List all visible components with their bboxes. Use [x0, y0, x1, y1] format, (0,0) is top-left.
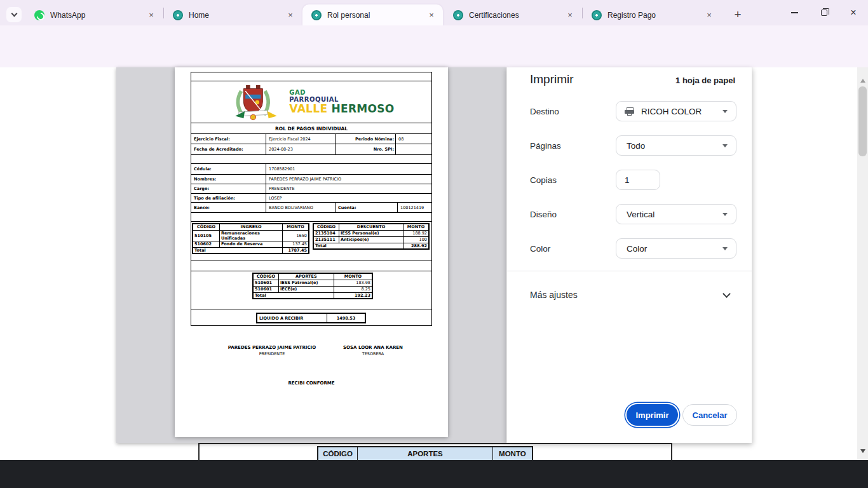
cancel-button[interactable]: Cancelar	[682, 404, 737, 426]
tab-label: Rol personal	[327, 11, 421, 20]
field-value: Ejercicio Fiscal 2024	[266, 134, 336, 144]
tab-search-button[interactable]	[6, 7, 22, 22]
browser-window: WhatsApp × Home × Rol personal × Certifi…	[0, 0, 868, 488]
column-header: DESCUENTO	[339, 224, 403, 230]
doc-empty-row	[191, 213, 431, 222]
paginas-value: Todo	[627, 141, 645, 151]
paginas-label: Páginas	[530, 141, 561, 151]
destino-label: Destino	[530, 107, 559, 116]
tab-label: Registro Pago	[607, 11, 699, 20]
field-value: 1708582901	[266, 164, 431, 174]
bookmarks-bar: Outlook.com - Mic Todos los marcadores	[0, 53, 868, 67]
doc-banco-row: Banco: BANCO BOLIVARIANO Cuenta: 1001214…	[191, 203, 431, 213]
tab-registro-pago[interactable]: Registro Pago ×	[583, 4, 721, 25]
doc-logo-row: GAD PARROQUIAL VALLE HERMOSO	[191, 81, 431, 123]
field-value: 08	[396, 134, 431, 144]
dialog-divider	[507, 271, 752, 271]
minimize-button[interactable]	[780, 0, 809, 25]
column-header: MONTO	[492, 447, 532, 461]
column-header: APORTES	[278, 273, 334, 280]
field-label: Cargo:	[191, 184, 266, 193]
background-aportes-table: CÓDIGO APORTES MONTO	[317, 446, 533, 461]
scroll-down-icon[interactable]	[860, 449, 865, 453]
doc-tipo-row: Tipo de afiliación: LOSEP	[191, 194, 431, 203]
column-header: MONTO	[403, 224, 429, 230]
doc-empty-row	[191, 155, 431, 164]
table-row: 510105Remuneraciones Unificadas1650	[193, 230, 309, 241]
total-row: Total1787.45	[193, 247, 309, 254]
gad-crest-logo	[228, 84, 284, 121]
tab-close-icon[interactable]: ×	[565, 10, 575, 20]
site-favicon-icon	[173, 10, 183, 20]
doc-empty-row	[191, 72, 431, 81]
diseno-value: Vertical	[627, 210, 654, 219]
table-row: 510601IECE(e)8.25	[253, 286, 372, 292]
close-icon: ×	[850, 7, 856, 18]
scrollbar-thumb[interactable]	[858, 86, 867, 156]
field-value: BANCO BOLIVARIANO	[266, 203, 336, 212]
tab-close-icon[interactable]: ×	[285, 10, 295, 20]
field-label: Nombres:	[191, 175, 266, 184]
scroll-up-icon[interactable]	[860, 79, 865, 83]
table-row: 2135111Anticipos(e)100	[313, 236, 429, 243]
column-header: CÓDIGO	[193, 224, 219, 230]
field-value: PAREDES PERRAZO JAIME PATRICIO	[266, 175, 431, 184]
close-button[interactable]: ×	[839, 0, 868, 25]
copias-input[interactable]	[616, 170, 660, 190]
print-button[interactable]: Imprimir	[627, 404, 678, 426]
tab-close-icon[interactable]: ×	[704, 10, 714, 20]
column-header: INGRESO	[219, 224, 282, 230]
field-label: Fecha de Acreditado:	[191, 144, 266, 154]
destino-select[interactable]: RICOH COLOR	[616, 101, 736, 121]
signature-treasurer: SOSA LOOR ANA KAREN TESORERA	[319, 345, 427, 356]
table-row: 510602Fondo de Reserva137.45	[193, 241, 309, 247]
diseno-select[interactable]: Vertical	[616, 204, 736, 224]
restore-icon	[821, 10, 827, 16]
more-settings-button[interactable]: Más ajustes	[530, 290, 578, 300]
recibi-conforme-label: RECIBI CONFORME	[175, 381, 448, 386]
maximize-button[interactable]	[810, 0, 839, 25]
tab-home[interactable]: Home ×	[164, 4, 302, 25]
tab-certificaciones[interactable]: Certificaciones ×	[444, 4, 581, 25]
doc-meta-row-2: Fecha de Acreditado: 2024-08-23 Nro. SPI…	[191, 144, 431, 155]
tab-close-icon[interactable]: ×	[426, 10, 437, 20]
color-value: Color	[627, 244, 647, 254]
page-table-border	[198, 443, 200, 460]
total-row: Total192.23	[253, 292, 372, 299]
tab-whatsapp[interactable]: WhatsApp ×	[25, 4, 163, 25]
column-header: CÓDIGO	[313, 224, 339, 230]
field-label: Nro. SPI:	[336, 144, 396, 154]
column-header: APORTES	[358, 447, 493, 461]
windows-taskbar: 1 13°C Nublado Búsqueda T X W	[0, 460, 868, 488]
printer-icon	[625, 107, 634, 116]
color-select[interactable]: Color	[616, 238, 736, 259]
destino-value: RICOH COLOR	[641, 107, 702, 116]
paginas-select[interactable]: Todo	[616, 135, 736, 156]
field-label: Banco:	[191, 203, 266, 212]
doc-meta-row-1: Ejercicio Fiscal: Ejercicio Fiscal 2024 …	[191, 134, 431, 144]
tab-close-icon[interactable]: ×	[146, 10, 156, 20]
diseno-label: Diseño	[530, 210, 557, 219]
copias-label: Copias	[530, 175, 557, 185]
column-header: MONTO	[283, 224, 309, 230]
site-favicon-icon	[453, 10, 463, 20]
tab-rol-personal-active[interactable]: Rol personal ×	[302, 4, 443, 25]
table-row: 510601IESS Patronal(e)183.98	[253, 280, 372, 286]
liquido-label: LIQUIDO A RECIBIR	[257, 314, 327, 322]
ingresos-table: CÓDIGOINGRESOMONTO 510105Remuneraciones …	[192, 223, 309, 254]
total-row: Total288.92	[313, 243, 429, 249]
field-label: Periodo Nómina:	[336, 134, 396, 144]
chevron-down-icon	[11, 11, 17, 17]
print-preview-sheet: GAD PARROQUIAL VALLE HERMOSO ROL DE PAGO…	[175, 67, 448, 437]
tab-label: WhatsApp	[50, 11, 141, 20]
doc-cedula-row: Cédula: 1708582901	[191, 164, 431, 175]
sheets-count: 1 hoja de papel	[675, 76, 735, 85]
column-header: CÓDIGO	[318, 447, 358, 461]
tab-strip: WhatsApp × Home × Rol personal × Certifi…	[0, 0, 868, 25]
field-value: 2024-08-23	[266, 144, 336, 154]
new-tab-button[interactable]: +	[729, 6, 746, 23]
field-value: LOSEP	[266, 194, 431, 202]
descuentos-table: CÓDIGODESCUENTOMONTO 2135104IESS Persona…	[313, 223, 430, 250]
chevron-down-icon[interactable]	[722, 290, 731, 298]
table-row: 2135104IESS Personal(e)188.92	[313, 230, 429, 236]
